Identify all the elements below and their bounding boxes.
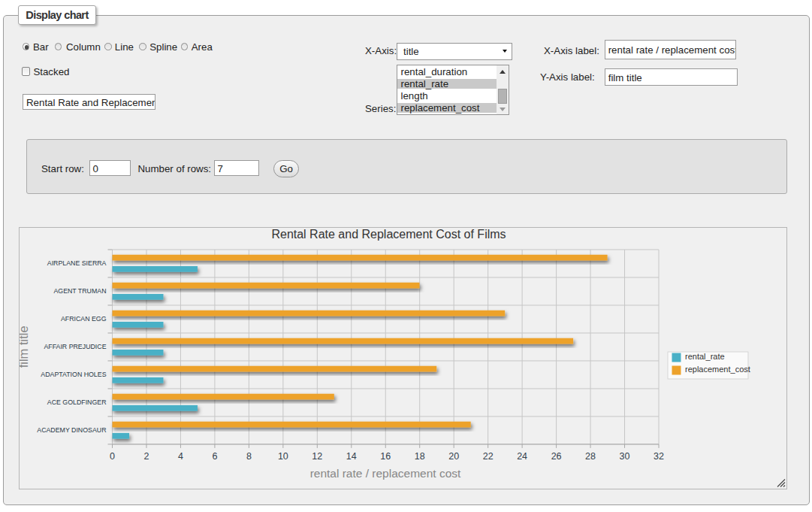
svg-text:30: 30 bbox=[620, 451, 630, 462]
svg-text:28: 28 bbox=[585, 451, 596, 462]
svg-text:AFFAIR PREJUDICE: AFFAIR PREJUDICE bbox=[44, 343, 106, 350]
svg-text:8: 8 bbox=[246, 451, 252, 462]
svg-text:0: 0 bbox=[110, 451, 115, 462]
svg-text:26: 26 bbox=[551, 451, 562, 462]
svg-text:16: 16 bbox=[380, 451, 391, 462]
svg-text:ACE GOLDFINGER: ACE GOLDFINGER bbox=[47, 398, 107, 406]
svg-text:AFRICAN EGG: AFRICAN EGG bbox=[61, 315, 107, 323]
svg-text:18: 18 bbox=[415, 451, 425, 462]
svg-text:replacement_cost: replacement_cost bbox=[685, 365, 750, 374]
svg-text:ACADEMY DINOSAUR: ACADEMY DINOSAUR bbox=[37, 426, 106, 434]
svg-text:12: 12 bbox=[312, 451, 322, 462]
svg-text:14: 14 bbox=[346, 451, 357, 462]
svg-text:ADAPTATION HOLES: ADAPTATION HOLES bbox=[41, 371, 106, 378]
svg-text:20: 20 bbox=[448, 451, 459, 462]
svg-text:AIRPLANE SIERRA: AIRPLANE SIERRA bbox=[47, 259, 107, 267]
svg-text:film title: film title bbox=[20, 326, 30, 368]
svg-text:24: 24 bbox=[517, 451, 527, 462]
svg-text:rental_rate: rental_rate bbox=[685, 352, 725, 361]
svg-text:2: 2 bbox=[143, 451, 149, 462]
svg-text:10: 10 bbox=[278, 451, 288, 462]
svg-text:32: 32 bbox=[654, 451, 664, 462]
svg-text:rental rate / replacement cost: rental rate / replacement cost bbox=[310, 467, 461, 480]
svg-text:6: 6 bbox=[212, 451, 217, 462]
svg-text:Rental Rate and Replacement Co: Rental Rate and Replacement Cost of Film… bbox=[271, 228, 506, 241]
svg-text:22: 22 bbox=[483, 451, 494, 462]
svg-text:4: 4 bbox=[178, 451, 183, 462]
svg-text:AGENT TRUMAN: AGENT TRUMAN bbox=[53, 287, 106, 295]
